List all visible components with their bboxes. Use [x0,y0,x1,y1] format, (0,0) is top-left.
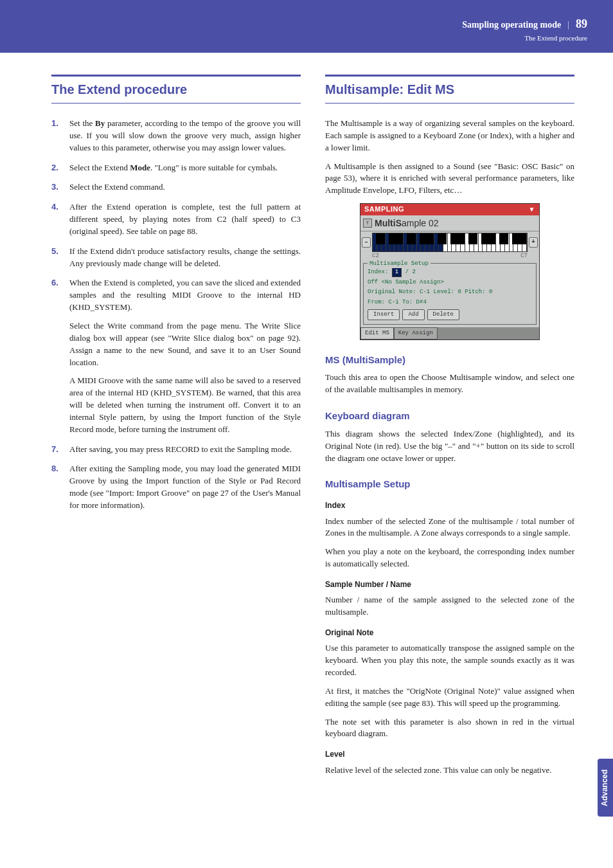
subsection-paragraph: When you play a note on the keyboard, th… [325,546,574,570]
step-paragraph: Select the Write command from the page m… [69,320,301,368]
step-paragraph: After saving, you may press RECORD to ex… [69,444,301,456]
step-paragraph: Select the Extend command. [69,181,301,194]
subsection-heading: Index [325,500,574,511]
ss-ms-row[interactable]: T MultiSample 02 [360,215,539,231]
step-paragraph: After exiting the Sampling mode, you may… [69,463,301,511]
add-button[interactable]: Add [402,309,424,320]
right-title: Multisample: Edit MS [325,75,574,104]
index-label: Index: [368,269,388,275]
step-paragraph: Select the Extend Mode. "Long" is more s… [69,162,301,174]
step-text: Set the By parameter, according to the t… [69,118,301,154]
step-number: 8. [51,463,62,511]
multisample-setup-group: Multisample Setup Index: 1 / 2 Off <No S… [363,263,537,324]
header-divider: | [567,19,569,32]
left-column: The Extend procedure 1.Set the By parame… [51,75,301,782]
step-text: Select the Extend Mode. "Long" is more s… [69,162,301,174]
header-page-number: 89 [576,15,587,32]
ss-topbar-label: SAMPLING [364,204,404,215]
step-text: If the Extend didn't produce satisfactor… [69,246,301,270]
step-item: 3.Select the Extend command. [51,181,301,194]
right-column: Multisample: Edit MS The Multisample is … [325,75,574,782]
ms-name: MultiSample 02 [375,217,439,230]
index-field[interactable]: 1 [392,267,402,277]
section-heading: Multisample Setup [325,477,574,491]
subsection-paragraph: Index number of the selected Zone of the… [325,516,574,540]
group-legend: Multisample Setup [368,260,431,268]
page-header: Sampling operating mode | 89 The Extend … [0,0,613,53]
intro-paragraph: The Multisample is a way of organizing s… [325,118,574,154]
step-text: Select the Extend command. [69,181,301,194]
ss-topbar: SAMPLING ▼ [360,204,539,215]
sections-block: MS (MultiSample)Touch this area to open … [325,353,574,777]
tab-edit-ms[interactable]: Edit MS [360,327,394,339]
subsection-paragraph: At first, it matches the "OrigNote (Orig… [325,685,574,710]
step-item: 8.After exiting the Sampling mode, you m… [51,463,301,511]
header-section: Sampling operating mode [462,19,561,32]
subsection-paragraph: The note set with this parameter is also… [325,716,574,741]
step-number: 7. [51,444,62,456]
subsection-paragraph: Relative level of the selected zone. Thi… [325,764,574,777]
intro-block: The Multisample is a way of organizing s… [325,118,574,197]
step-paragraph: A MIDI Groove with the same name will al… [69,375,301,435]
subsection-paragraph: Use this parameter to automatically tran… [325,642,574,679]
step-number: 5. [51,246,62,270]
step-text: When the Extend is completed, you can sa… [69,277,301,435]
left-title: The Extend procedure [51,75,301,104]
section-paragraph: This diagram shows the selected Index/Zo… [325,428,574,465]
step-item: 7.After saving, you may press RECORD to … [51,444,301,456]
octave-minus-button[interactable]: – [362,237,371,248]
section-paragraph: Touch this area to open the Choose Multi… [325,372,574,396]
step-text: After saving, you may press RECORD to ex… [69,444,301,456]
step-number: 1. [51,118,62,154]
index-total: / 2 [405,269,416,275]
device-screenshot: SAMPLING ▼ T MultiSample 02 – + C2 C7 Mu… [360,203,540,340]
tab-key-assign[interactable]: Key Assign [394,327,438,339]
octave-right-label: C7 [520,252,528,260]
subsection-heading: Sample Number / Name [325,579,574,590]
step-number: 3. [51,181,62,194]
section-heading: MS (MultiSample) [325,353,574,367]
from-to-line[interactable]: From: C-1 To: D#4 [368,298,532,307]
step-item: 1.Set the By parameter, according to the… [51,118,301,154]
subsection-paragraph: Number / name of the sample assigned to … [325,594,574,619]
step-item: 5.If the Extend didn't produce satisfact… [51,246,301,270]
step-paragraph: Set the By parameter, according to the t… [69,118,301,154]
step-text: After the Extend operation is complete, … [69,201,301,238]
sample-assign-line[interactable]: Off <No Sample Assign> [368,278,532,287]
header-subtitle: The Extend procedure [26,33,587,44]
step-text: After exiting the Sampling mode, you may… [69,463,301,511]
step-number: 4. [51,201,62,238]
step-paragraph: When the Extend is completed, you can sa… [69,277,301,314]
intro-paragraph: A Multisample is then assigned to a Soun… [325,161,574,197]
subsection-heading: Level [325,749,574,760]
text-icon[interactable]: T [363,219,372,228]
delete-button[interactable]: Delete [427,309,459,320]
step-item: 2.Select the Extend Mode. "Long" is more… [51,162,301,174]
octave-plus-button[interactable]: + [529,237,538,248]
side-tab-advanced: Advanced [598,759,613,817]
step-item: 6.When the Extend is completed, you can … [51,277,301,435]
step-item: 4.After the Extend operation is complete… [51,201,301,238]
keyboard-diagram[interactable] [372,233,528,252]
step-paragraph: If the Extend didn't produce satisfactor… [69,246,301,270]
steps-list: 1.Set the By parameter, according to the… [51,118,301,512]
subsection-heading: Original Note [325,628,574,638]
step-paragraph: After the Extend operation is complete, … [69,201,301,238]
step-number: 6. [51,277,62,435]
orig-note-line[interactable]: Original Note: C-1 Level: 0 Pitch: 0 [368,288,532,296]
menu-arrow-icon[interactable]: ▼ [529,205,535,215]
insert-button[interactable]: Insert [368,309,400,320]
section-heading: Keyboard diagram [325,409,574,423]
step-number: 2. [51,162,62,174]
